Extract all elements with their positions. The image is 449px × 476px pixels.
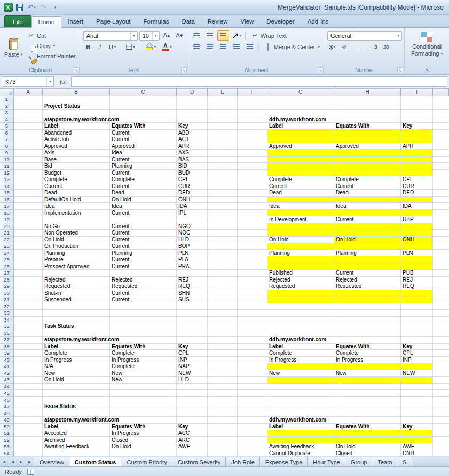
cell-a13[interactable]: [14, 176, 43, 183]
cell-i39[interactable]: CPL: [401, 350, 433, 357]
cell-c35[interactable]: [110, 323, 177, 330]
cell-e24[interactable]: [208, 250, 238, 257]
cell-i45[interactable]: [401, 390, 433, 397]
cell-b35[interactable]: Task Status: [43, 323, 110, 330]
cell-h32[interactable]: [334, 303, 401, 310]
cell-h5[interactable]: Equates With: [334, 123, 401, 130]
cell-f44[interactable]: [238, 384, 267, 391]
cell-g52[interactable]: [267, 437, 334, 444]
row-header-12[interactable]: 12: [0, 170, 14, 177]
row-header-30[interactable]: 30: [0, 290, 14, 297]
cell-c24[interactable]: Planning: [110, 250, 177, 257]
cell-i4[interactable]: [401, 116, 433, 123]
cell-g28[interactable]: Rejected: [267, 277, 334, 284]
cell-g7[interactable]: [267, 136, 334, 143]
cell-i2[interactable]: [401, 103, 433, 110]
cell-g22[interactable]: On Hold: [267, 237, 334, 244]
cell-f50[interactable]: [238, 424, 267, 431]
column-header-b[interactable]: B: [43, 89, 110, 96]
row-header-4[interactable]: 4: [0, 116, 14, 123]
cell-c19[interactable]: [110, 216, 177, 223]
cell-b52[interactable]: Archived: [43, 437, 110, 444]
cell-f18[interactable]: [238, 210, 267, 217]
cell-a26[interactable]: [14, 263, 43, 270]
row-header-3[interactable]: 3: [0, 110, 14, 116]
cell-d19[interactable]: [177, 216, 208, 223]
cell-b14[interactable]: Current: [43, 183, 110, 190]
name-box[interactable]: K73▾: [2, 76, 54, 87]
cell-a24[interactable]: [14, 250, 43, 257]
cell-c28[interactable]: Rejected: [110, 277, 177, 284]
cell-c7[interactable]: Current: [110, 136, 177, 143]
row-header-24[interactable]: 24: [0, 250, 14, 257]
cell-a12[interactable]: [14, 170, 43, 177]
chevron-down-icon[interactable]: ▾: [395, 32, 401, 40]
cell-c18[interactable]: Current: [110, 210, 177, 217]
cell-a40[interactable]: [14, 357, 43, 364]
cell-d12[interactable]: BUD: [177, 170, 208, 177]
sheet-tab-job-role[interactable]: Job Role: [226, 457, 259, 466]
row-header-5[interactable]: 5: [0, 123, 14, 130]
cell-g35[interactable]: [267, 323, 334, 330]
ribbon-tab-add-ins[interactable]: Add-Ins: [301, 15, 335, 27]
cell-g4[interactable]: ddh.my.workfront.com: [267, 116, 334, 123]
cell-d17[interactable]: IDA: [177, 203, 208, 210]
cell-h27[interactable]: Current: [334, 270, 401, 277]
cell-h3[interactable]: [334, 110, 401, 116]
cell-c44[interactable]: [110, 384, 177, 391]
cell-a9[interactable]: [14, 150, 43, 157]
cell-h7[interactable]: [334, 136, 401, 143]
cell-b39[interactable]: Complete: [43, 350, 110, 357]
cell-b18[interactable]: Implementation: [43, 210, 110, 217]
cell-e19[interactable]: [208, 216, 238, 223]
column-header-d[interactable]: D: [177, 89, 208, 96]
cell-f24[interactable]: [238, 250, 267, 257]
cell-b28[interactable]: Rejected: [43, 277, 110, 284]
row-header-31[interactable]: 31: [0, 296, 14, 303]
cell-f27[interactable]: [238, 270, 267, 277]
cell-c52[interactable]: Closed: [110, 437, 177, 444]
cell-c8[interactable]: Approved: [110, 143, 177, 150]
cell-a42[interactable]: [14, 370, 43, 377]
cell-g36[interactable]: [267, 330, 334, 337]
cell-e53[interactable]: [208, 443, 238, 450]
cell-i28[interactable]: REJ: [401, 277, 433, 284]
cell-b19[interactable]: [43, 216, 110, 223]
cell-g54[interactable]: Cannot Duplicate: [267, 450, 334, 457]
cell-i3[interactable]: [401, 110, 433, 116]
cell-c40[interactable]: In Progress: [110, 357, 177, 364]
cell-b42[interactable]: New: [43, 370, 110, 377]
cell-d27[interactable]: [177, 270, 208, 277]
ribbon-tab-formulas[interactable]: Formulas: [137, 15, 176, 27]
cell-c50[interactable]: Equates With: [110, 424, 177, 431]
cell-i1[interactable]: [401, 96, 433, 103]
cell-c39[interactable]: Complete: [110, 350, 177, 357]
align-right-button[interactable]: [217, 42, 229, 52]
cell-f6[interactable]: [238, 130, 267, 137]
cell-i24[interactable]: PLN: [401, 250, 433, 257]
cell-e11[interactable]: [208, 163, 238, 170]
cell-h31[interactable]: [334, 296, 401, 303]
cell-d16[interactable]: ONH: [177, 197, 208, 204]
cell-d54[interactable]: [177, 450, 208, 457]
cell-f11[interactable]: [238, 163, 267, 170]
cell-d30[interactable]: SHN: [177, 290, 208, 297]
cell-g13[interactable]: Complete: [267, 176, 334, 183]
cell-a54[interactable]: [14, 450, 43, 457]
cell-e37[interactable]: [208, 337, 238, 344]
cell-e25[interactable]: [208, 256, 238, 263]
cell-f41[interactable]: [238, 363, 267, 370]
cell-h48[interactable]: [334, 410, 401, 417]
cell-b54[interactable]: [43, 450, 110, 457]
row-header-17[interactable]: 17: [0, 203, 14, 210]
cell-d6[interactable]: ABD: [177, 130, 208, 137]
cell-a8[interactable]: [14, 143, 43, 150]
cell-h18[interactable]: [334, 210, 401, 217]
sheet-tab-overview[interactable]: Overview: [34, 457, 69, 466]
qat-customize-button[interactable]: ▾: [50, 2, 60, 13]
cell-h20[interactable]: [334, 223, 401, 230]
cell-e17[interactable]: [208, 203, 238, 210]
cell-c4[interactable]: [110, 116, 177, 123]
cell-b16[interactable]: DefaultOn Hold: [43, 197, 110, 204]
row-header-38[interactable]: 38: [0, 344, 14, 350]
